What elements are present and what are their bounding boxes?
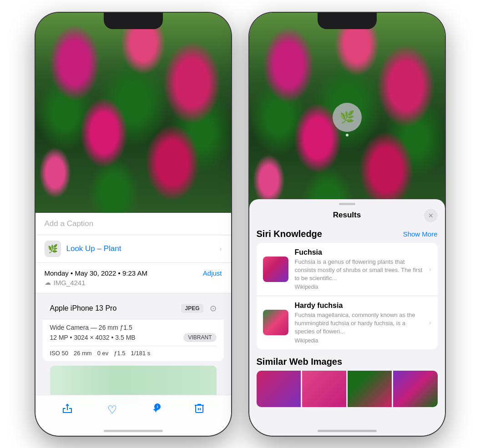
home-indicator-1: [104, 430, 163, 432]
delete-button[interactable]: [194, 403, 204, 417]
leaf-icon: 🌿: [340, 110, 354, 124]
phone-1-screen: Add a Caption 🌿 Look Up – Plant › Monday…: [35, 13, 231, 436]
hardy-fuchsia-chevron-icon: ›: [429, 319, 431, 326]
shutter-label: 1/181 s: [131, 350, 151, 357]
adjust-button[interactable]: Adjust: [203, 269, 222, 277]
resolution-label: 12 MP • 3024 × 4032 • 3.5 MB: [50, 334, 136, 341]
exif-row: ISO 50 26 mm 0 ev ƒ1.5 1/181 s: [50, 346, 217, 357]
hardy-fuchsia-thumbnail: [263, 310, 288, 335]
lookup-icon: 🌿: [45, 241, 61, 257]
lens-label: Wide Camera — 26 mm ƒ1.5: [50, 324, 217, 331]
caption-area[interactable]: Add a Caption: [35, 213, 231, 235]
camera-info-section: Apple iPhone 13 Pro JPEG ⊙ Wide Camera —…: [43, 298, 224, 361]
hardy-fuchsia-info: Hardy fuchsia Fuchsia magellanica, commo…: [295, 302, 423, 344]
camera-details: Wide Camera — 26 mm ƒ1.5 12 MP • 3024 × …: [43, 319, 224, 361]
home-indicator-2: [318, 430, 377, 432]
web-image-3[interactable]: [348, 371, 392, 407]
photo-display-1[interactable]: [35, 13, 231, 213]
filename-label: IMG_4241: [54, 279, 86, 287]
knowledge-item-fuchsia[interactable]: Fuchsia Fuchsia is a genus of flowering …: [257, 243, 438, 297]
knowledge-card: Fuchsia Fuchsia is a genus of flowering …: [257, 243, 438, 349]
camera-model-label: Apple iPhone 13 Pro: [50, 304, 117, 312]
siri-visual-lookup-button[interactable]: 🌿: [333, 103, 362, 132]
iso-label: ISO 50: [50, 350, 68, 357]
fuchsia-thumbnail: [263, 257, 288, 282]
fuchsia-description: Fuchsia is a genus of flowering plants t…: [295, 258, 423, 283]
svg-rect-0: [196, 405, 203, 413]
caption-placeholder[interactable]: Add a Caption: [45, 219, 94, 228]
fuchsia-info: Fuchsia Fuchsia is a genus of flowering …: [295, 248, 423, 291]
ev-label: 0 ev: [97, 350, 109, 357]
notch-1: [104, 13, 163, 29]
cloud-icon: ☁: [45, 279, 51, 286]
results-title: Results: [333, 211, 361, 220]
siri-knowledge-title: Siri Knowledge: [257, 229, 322, 239]
sheet-content: Siri Knowledge Show More Fuchsia Fuchsia…: [249, 223, 445, 428]
focal-label: 26 mm: [74, 350, 92, 357]
info-badge: i: [154, 403, 161, 410]
similar-web-images-section: Similar Web Images: [257, 357, 438, 407]
hardy-fuchsia-name: Hardy fuchsia: [295, 302, 423, 310]
knowledge-item-hardy-fuchsia[interactable]: Hardy fuchsia Fuchsia magellanica, commo…: [257, 296, 438, 349]
flower-background: [35, 13, 231, 213]
close-button[interactable]: ✕: [424, 209, 438, 222]
camera-top-row: Apple iPhone 13 Pro JPEG ⊙: [43, 298, 224, 319]
gear-icon[interactable]: ⊙: [210, 303, 217, 313]
lookup-chevron-icon: ›: [220, 245, 222, 252]
show-more-button[interactable]: Show More: [403, 230, 438, 238]
hardy-fuchsia-source: Wikipedia: [295, 337, 423, 344]
date-label: Monday • May 30, 2022 • 9:23 AM: [45, 269, 147, 277]
phone-2: 🌿 Results ✕ Siri Knowledge Show More: [249, 13, 445, 436]
phone-1: Add a Caption 🌿 Look Up – Plant › Monday…: [35, 13, 231, 436]
results-sheet: Results ✕ Siri Knowledge Show More Fuchs…: [249, 199, 445, 436]
aperture-label: ƒ1.5: [114, 350, 125, 357]
photo-display-2[interactable]: 🌿: [249, 13, 445, 222]
sheet-header: Results ✕: [249, 205, 445, 223]
siri-knowledge-header: Siri Knowledge Show More: [257, 229, 438, 239]
fuchsia-source: Wikipedia: [295, 284, 423, 290]
similar-web-images-title: Similar Web Images: [257, 357, 343, 367]
photo-info-section: Monday • May 30, 2022 • 9:23 AM Adjust ☁…: [35, 263, 231, 293]
fuchsia-name: Fuchsia: [295, 248, 423, 257]
web-images-grid: [257, 371, 438, 407]
web-image-1[interactable]: [257, 371, 301, 407]
web-image-2[interactable]: [302, 371, 346, 407]
notch-2: [318, 13, 377, 29]
jpeg-badge: JPEG: [181, 304, 203, 313]
phone-2-screen: 🌿 Results ✕ Siri Knowledge Show More: [249, 13, 445, 436]
favorite-button[interactable]: ♡: [107, 403, 117, 416]
vibrant-badge: VIBRANT: [183, 333, 216, 342]
fuchsia-chevron-icon: ›: [429, 266, 431, 273]
lookup-label[interactable]: Look Up – Plant: [66, 244, 121, 253]
share-button[interactable]: [62, 403, 73, 417]
info-button[interactable]: ✦ i: [152, 404, 160, 415]
web-image-4[interactable]: [393, 371, 437, 407]
hardy-fuchsia-description: Fuchsia magellanica, commonly known as t…: [295, 311, 423, 336]
siri-dot: [346, 134, 349, 136]
lookup-row[interactable]: 🌿 Look Up – Plant ›: [35, 235, 231, 263]
